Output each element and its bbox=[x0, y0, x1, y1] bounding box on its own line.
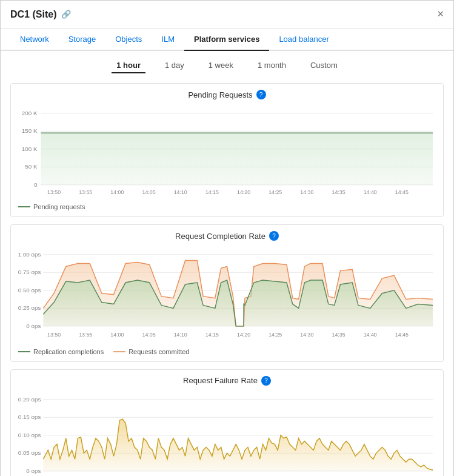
svg-text:14:45: 14:45 bbox=[395, 332, 409, 338]
pending-requests-chart: 200 K 150 K 100 K 50 K 0 bbox=[18, 104, 436, 199]
tab-network[interactable]: Network bbox=[10, 28, 59, 51]
svg-text:1.00 ops: 1.00 ops bbox=[18, 251, 41, 258]
svg-text:200 K: 200 K bbox=[22, 110, 38, 116]
pending-requests-section: Pending Requests ? 200 K 150 K 100 K 50 … bbox=[10, 83, 444, 217]
svg-text:14:00: 14:00 bbox=[110, 189, 124, 195]
failure-rate-title: Request Failure Rate ? bbox=[18, 376, 436, 386]
svg-text:0.20 ops: 0.20 ops bbox=[18, 396, 41, 403]
legend-requests-committed: Requests committed bbox=[113, 348, 189, 355]
completion-rate-chart: 1.00 ops 0.75 ops 0.50 ops 0.25 ops 0 op… bbox=[18, 246, 436, 344]
svg-text:14:15: 14:15 bbox=[205, 332, 219, 338]
time-tab-1day[interactable]: 1 day bbox=[160, 58, 189, 73]
svg-text:0.05 ops: 0.05 ops bbox=[18, 449, 41, 456]
svg-text:14:05: 14:05 bbox=[142, 332, 155, 338]
legend-pending-requests: Pending requests bbox=[18, 203, 85, 210]
legend-line-green-completion bbox=[18, 351, 30, 352]
svg-text:13:55: 13:55 bbox=[79, 189, 92, 195]
svg-marker-57 bbox=[43, 419, 433, 471]
completion-rate-section: Request Completion Rate ? 1.00 ops 0.75 … bbox=[10, 224, 444, 361]
legend-replication-completions: Replication completions bbox=[18, 348, 104, 355]
completion-rate-legend: Replication completions Requests committ… bbox=[18, 344, 436, 355]
svg-text:14:45: 14:45 bbox=[395, 189, 409, 195]
svg-text:14:10: 14:10 bbox=[174, 189, 187, 195]
completion-rate-label: Request Completion Rate bbox=[175, 232, 265, 241]
legend-label-replication: Replication completions bbox=[33, 348, 104, 355]
svg-text:14:25: 14:25 bbox=[269, 189, 282, 195]
svg-text:14:00: 14:00 bbox=[110, 332, 124, 338]
svg-text:14:35: 14:35 bbox=[332, 332, 345, 338]
svg-text:150 K: 150 K bbox=[22, 127, 38, 134]
failure-rate-label: Request Failure Rate bbox=[183, 376, 258, 385]
time-tab-1month[interactable]: 1 month bbox=[253, 58, 291, 73]
svg-text:0.25 ops: 0.25 ops bbox=[18, 305, 41, 312]
svg-text:100 K: 100 K bbox=[22, 146, 38, 152]
svg-text:0.75 ops: 0.75 ops bbox=[18, 269, 41, 276]
tab-load-balancer[interactable]: Load balancer bbox=[269, 28, 338, 51]
legend-label-committed: Requests committed bbox=[129, 348, 189, 355]
pending-requests-label: Pending Requests bbox=[188, 90, 252, 99]
pending-requests-legend: Pending requests bbox=[18, 199, 436, 210]
close-button[interactable]: × bbox=[437, 8, 444, 21]
svg-text:50 K: 50 K bbox=[25, 163, 38, 170]
svg-text:14:10: 14:10 bbox=[174, 332, 187, 338]
failure-rate-svg: 0.20 ops 0.15 ops 0.10 ops 0.05 ops 0 op… bbox=[18, 391, 436, 476]
failure-rate-chart: 0.20 ops 0.15 ops 0.10 ops 0.05 ops 0 op… bbox=[18, 391, 436, 476]
completion-rate-help-icon[interactable]: ? bbox=[269, 231, 279, 241]
pending-requests-svg: 200 K 150 K 100 K 50 K 0 bbox=[18, 104, 436, 199]
svg-text:14:05: 14:05 bbox=[142, 189, 155, 195]
svg-text:0: 0 bbox=[34, 181, 38, 188]
pending-requests-help-icon[interactable]: ? bbox=[256, 90, 266, 99]
svg-text:14:20: 14:20 bbox=[237, 332, 250, 338]
completion-rate-title: Request Completion Rate ? bbox=[18, 231, 436, 241]
svg-text:13:55: 13:55 bbox=[79, 332, 92, 338]
tab-platform-services[interactable]: Platform services bbox=[184, 28, 269, 51]
legend-label-pending: Pending requests bbox=[33, 203, 85, 210]
tab-storage[interactable]: Storage bbox=[59, 28, 106, 51]
window-title: DC1 (Site) bbox=[10, 9, 56, 20]
svg-text:14:25: 14:25 bbox=[269, 332, 282, 338]
svg-text:0.10 ops: 0.10 ops bbox=[18, 432, 41, 438]
nav-tabs: Network Storage Objects ILM Platform ser… bbox=[1, 28, 453, 51]
svg-text:14:35: 14:35 bbox=[332, 189, 345, 195]
svg-text:14:15: 14:15 bbox=[205, 189, 219, 195]
title-bar-left: DC1 (Site) 🔗 bbox=[10, 9, 71, 20]
svg-text:14:40: 14:40 bbox=[364, 189, 377, 195]
svg-text:13:50: 13:50 bbox=[47, 189, 61, 195]
svg-text:0 ops: 0 ops bbox=[26, 468, 41, 474]
external-link-icon[interactable]: 🔗 bbox=[61, 10, 71, 19]
failure-rate-help-icon[interactable]: ? bbox=[261, 376, 271, 386]
svg-text:0.50 ops: 0.50 ops bbox=[18, 287, 41, 293]
legend-line-orange bbox=[113, 351, 125, 352]
legend-line-green bbox=[18, 206, 30, 207]
failure-rate-section: Request Failure Rate ? 0.20 ops 0.15 ops… bbox=[10, 369, 444, 476]
svg-text:14:40: 14:40 bbox=[364, 332, 377, 338]
time-tabs: 1 hour 1 day 1 week 1 month Custom bbox=[1, 51, 453, 78]
svg-text:13:50: 13:50 bbox=[47, 332, 61, 338]
svg-text:14:30: 14:30 bbox=[300, 332, 313, 338]
svg-text:14:30: 14:30 bbox=[300, 189, 313, 195]
svg-text:0.15 ops: 0.15 ops bbox=[18, 414, 41, 420]
main-window: DC1 (Site) 🔗 × Network Storage Objects I… bbox=[0, 0, 454, 476]
tab-objects[interactable]: Objects bbox=[105, 28, 152, 51]
tab-ilm[interactable]: ILM bbox=[152, 28, 184, 51]
time-tab-1week[interactable]: 1 week bbox=[204, 58, 238, 73]
svg-text:14:20: 14:20 bbox=[237, 189, 250, 195]
time-tab-1hour[interactable]: 1 hour bbox=[112, 58, 145, 73]
completion-rate-svg: 1.00 ops 0.75 ops 0.50 ops 0.25 ops 0 op… bbox=[18, 246, 436, 344]
title-bar: DC1 (Site) 🔗 × bbox=[1, 1, 453, 28]
svg-marker-10 bbox=[41, 133, 433, 185]
pending-requests-title: Pending Requests ? bbox=[18, 90, 436, 99]
svg-text:0 ops: 0 ops bbox=[26, 323, 41, 329]
time-tab-custom[interactable]: Custom bbox=[305, 58, 342, 73]
